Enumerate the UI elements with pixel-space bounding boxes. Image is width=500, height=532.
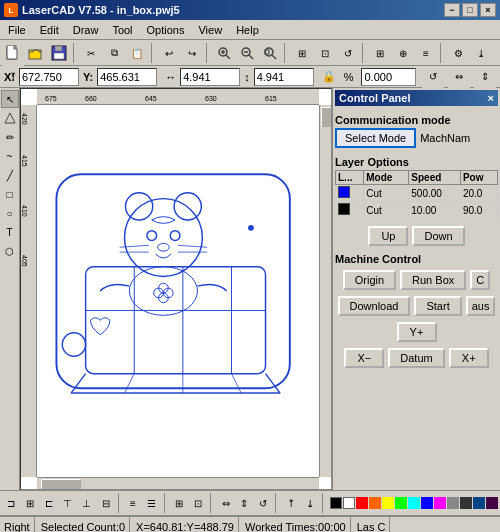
rect-tool[interactable]: □ bbox=[1, 185, 19, 203]
save-button[interactable] bbox=[48, 42, 70, 64]
svg-rect-3 bbox=[55, 46, 62, 51]
align-center-v-btn[interactable]: ⊥ bbox=[78, 492, 96, 514]
coord-bar: X: Y: ↔ ↕ 🔒 % ↺ ⇔ ⇕ bbox=[0, 66, 500, 88]
flip-h-btn[interactable]: ⇔ bbox=[448, 66, 470, 88]
group-btn[interactable]: ⊞ bbox=[170, 492, 188, 514]
down-button[interactable]: Down bbox=[412, 226, 464, 246]
up-button[interactable]: Up bbox=[368, 226, 408, 246]
close-button[interactable]: × bbox=[480, 3, 496, 17]
import-button[interactable]: ⤓ bbox=[470, 42, 492, 64]
open-button[interactable] bbox=[25, 42, 47, 64]
config-button[interactable]: ⚙ bbox=[447, 42, 469, 64]
minimize-button[interactable]: − bbox=[444, 3, 460, 17]
run-box-button[interactable]: Run Box bbox=[400, 270, 466, 290]
x-minus-button[interactable]: X− bbox=[344, 348, 384, 368]
color-magenta[interactable] bbox=[434, 497, 446, 509]
ungroup-btn[interactable]: ⊡ bbox=[189, 492, 207, 514]
origin-button[interactable]: Origin bbox=[343, 270, 396, 290]
snap-button[interactable]: ⊕ bbox=[392, 42, 414, 64]
color-darkblue[interactable] bbox=[473, 497, 485, 509]
canvas-area[interactable]: 675 660 645 630 615 420 415 410 405 bbox=[20, 88, 332, 490]
svg-line-13 bbox=[272, 55, 276, 59]
grid-button[interactable]: ⊞ bbox=[369, 42, 391, 64]
menu-tool[interactable]: Tool bbox=[106, 22, 138, 38]
mirror-v-btn[interactable]: ⇕ bbox=[235, 492, 253, 514]
order-bottom-btn[interactable]: ⤓ bbox=[301, 492, 319, 514]
horizontal-scrollbar[interactable] bbox=[37, 477, 319, 489]
toolbar2: ⊐ ⊞ ⊏ ⊤ ⊥ ⊟ ≡ ☰ ⊞ ⊡ ⇔ ⇕ ↺ ⤒ ⤓ bbox=[0, 490, 500, 516]
color-darkgray[interactable] bbox=[460, 497, 472, 509]
color-blue[interactable] bbox=[421, 497, 433, 509]
refresh-button[interactable]: ↺ bbox=[337, 42, 359, 64]
order-top-btn[interactable]: ⤒ bbox=[282, 492, 300, 514]
node-edit-tool[interactable] bbox=[1, 109, 19, 127]
menu-file[interactable]: File bbox=[2, 22, 32, 38]
zoom-out-button[interactable] bbox=[236, 42, 258, 64]
color-gray[interactable] bbox=[447, 497, 459, 509]
maximize-button[interactable]: □ bbox=[462, 3, 478, 17]
align-right-btn[interactable]: ⊏ bbox=[40, 492, 58, 514]
layer-row[interactable]: Cut 10.00 90.0 bbox=[336, 202, 498, 219]
layer-row[interactable]: Cut 500.00 20.0 bbox=[336, 185, 498, 202]
color-orange[interactable] bbox=[369, 497, 381, 509]
zoom-select-button[interactable]: ⊡ bbox=[314, 42, 336, 64]
pen-tool[interactable]: ✏ bbox=[1, 128, 19, 146]
color-red[interactable] bbox=[356, 497, 368, 509]
mirror-h-btn[interactable]: ⇔ bbox=[217, 492, 235, 514]
datum-button[interactable]: Datum bbox=[388, 348, 444, 368]
copy-button[interactable]: ⧉ bbox=[103, 42, 125, 64]
redo-button[interactable]: ↪ bbox=[181, 42, 203, 64]
aus-button[interactable]: aus bbox=[466, 296, 496, 316]
sep4 bbox=[284, 43, 288, 63]
color-green[interactable] bbox=[395, 497, 407, 509]
color-white[interactable] bbox=[343, 497, 355, 509]
menu-view[interactable]: View bbox=[192, 22, 228, 38]
new-button[interactable] bbox=[2, 42, 24, 64]
zoom-in-button[interactable] bbox=[213, 42, 235, 64]
y-plus-button[interactable]: Y+ bbox=[397, 322, 437, 342]
circle-tool[interactable]: ○ bbox=[1, 204, 19, 222]
cut-button[interactable]: ✂ bbox=[80, 42, 102, 64]
rotate-btn[interactable]: ↺ bbox=[254, 492, 272, 514]
align-bottom-btn[interactable]: ⊟ bbox=[97, 492, 115, 514]
undo-button[interactable]: ↩ bbox=[158, 42, 180, 64]
x-plus-button[interactable]: X+ bbox=[449, 348, 489, 368]
menu-draw[interactable]: Draw bbox=[67, 22, 105, 38]
panel-close-button[interactable]: × bbox=[488, 92, 494, 104]
w-input[interactable] bbox=[180, 68, 240, 86]
select-tool[interactable]: ↖ bbox=[1, 90, 19, 108]
angle-arrow-btn[interactable]: ↺ bbox=[422, 66, 444, 88]
c-button[interactable]: C bbox=[470, 270, 490, 290]
y-input[interactable] bbox=[97, 68, 157, 86]
layer-mode-cell: Cut bbox=[364, 202, 409, 219]
angle-input[interactable] bbox=[361, 68, 416, 86]
layer-button[interactable]: ≡ bbox=[415, 42, 437, 64]
distribute-v-btn[interactable]: ☰ bbox=[143, 492, 161, 514]
menu-help[interactable]: Help bbox=[230, 22, 265, 38]
select-mode-button[interactable]: Select Mode bbox=[335, 128, 416, 148]
line-tool[interactable]: ╱ bbox=[1, 166, 19, 184]
color-purple[interactable] bbox=[486, 497, 498, 509]
panel-title-bar: Control Panel × bbox=[335, 90, 498, 106]
zoom-window-button[interactable] bbox=[259, 42, 281, 64]
start-button[interactable]: Start bbox=[414, 296, 461, 316]
vertical-scrollbar[interactable] bbox=[319, 105, 331, 477]
color-black[interactable] bbox=[330, 497, 342, 509]
color-cyan[interactable] bbox=[408, 497, 420, 509]
align-left-btn[interactable]: ⊐ bbox=[2, 492, 20, 514]
polygon-tool[interactable]: ⬡ bbox=[1, 242, 19, 260]
flip-v-btn[interactable]: ⇕ bbox=[474, 66, 496, 88]
bezier-tool[interactable]: ~ bbox=[1, 147, 19, 165]
align-top-btn[interactable]: ⊤ bbox=[59, 492, 77, 514]
h-input[interactable] bbox=[254, 68, 314, 86]
paste-button[interactable]: 📋 bbox=[126, 42, 148, 64]
align-center-h-btn[interactable]: ⊞ bbox=[21, 492, 39, 514]
zoom-all-button[interactable]: ⊞ bbox=[291, 42, 313, 64]
distribute-h-btn[interactable]: ≡ bbox=[124, 492, 142, 514]
menu-options[interactable]: Options bbox=[141, 22, 191, 38]
download-button[interactable]: Download bbox=[338, 296, 411, 316]
menu-edit[interactable]: Edit bbox=[34, 22, 65, 38]
x-input[interactable] bbox=[19, 68, 79, 86]
color-yellow[interactable] bbox=[382, 497, 394, 509]
text-tool[interactable]: T bbox=[1, 223, 19, 241]
